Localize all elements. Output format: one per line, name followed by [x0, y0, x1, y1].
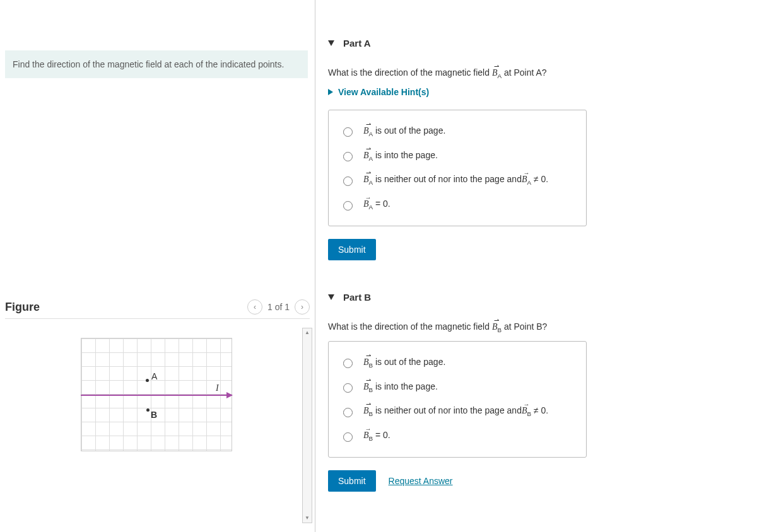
part-b-header[interactable]: Part B	[328, 292, 744, 303]
point-a-dot	[146, 379, 149, 382]
right-pane: Part A What is the direction of the magn…	[315, 0, 757, 532]
part-a-radio-3[interactable]	[343, 176, 353, 186]
request-answer-link[interactable]: Request Answer	[389, 476, 453, 486]
part-b-option-1-label: ⇀BB is out of the page.	[363, 357, 445, 369]
figure-title: Figure	[5, 301, 40, 314]
hints-label: View Available Hint(s)	[338, 87, 429, 97]
scroll-down-icon[interactable]: ▼	[303, 514, 312, 523]
part-b-submit-row: Submit Request Answer	[328, 470, 744, 492]
point-b-label: B	[151, 410, 157, 420]
figure-prev-button[interactable]: ‹	[247, 299, 262, 315]
figure-image: A B I	[81, 338, 232, 451]
collapse-icon	[328, 40, 334, 46]
part-b-option-1[interactable]: ⇀BB is out of the page.	[340, 357, 575, 369]
part-a-option-2[interactable]: ⇀BA is into the page.	[340, 150, 575, 162]
part-b-option-3[interactable]: ⇀BB is neither out of nor into the page …	[340, 405, 575, 417]
view-hints-link[interactable]: View Available Hint(s)	[328, 87, 744, 97]
figure-pager: ‹ 1 of 1 ›	[247, 299, 310, 315]
part-a-option-2-label: ⇀BA is into the page.	[363, 150, 438, 162]
part-b-radio-3[interactable]	[343, 408, 353, 417]
point-b-dot	[146, 408, 150, 412]
current-wire	[81, 395, 232, 396]
part-b-option-2-label: ⇀BB is into the page.	[363, 381, 438, 393]
part-b-option-3-label: ⇀BB is neither out of nor into the page …	[363, 405, 548, 417]
part-a-option-3-label: ⇀BA is neither out of nor into the page …	[363, 174, 548, 186]
figure-header: Figure ‹ 1 of 1 ›	[5, 299, 310, 319]
problem-statement: Find the direction of the magnetic field…	[5, 50, 308, 78]
part-b-option-2[interactable]: ⇀BB is into the page.	[340, 381, 575, 393]
part-a-radio-1[interactable]	[343, 127, 353, 137]
part-a-radio-4[interactable]	[343, 201, 353, 211]
figure-next-button[interactable]: ›	[295, 299, 310, 315]
figure-pager-label: 1 of 1	[267, 302, 290, 312]
part-a-options: ⇀BA is out of the page. ⇀BA is into the …	[328, 110, 587, 226]
part-b-submit-button[interactable]: Submit	[328, 470, 376, 492]
scroll-up-icon[interactable]: ▲	[303, 328, 312, 337]
figure-scrollbar[interactable]: ▲ ▼	[302, 328, 312, 523]
part-b-radio-1[interactable]	[343, 359, 353, 368]
part-b-radio-4[interactable]	[343, 432, 353, 442]
part-a-submit-row: Submit	[328, 239, 744, 260]
part-a-option-1[interactable]: ⇀BA is out of the page.	[340, 125, 575, 137]
figure-section: Figure ‹ 1 of 1 › A B I	[5, 299, 310, 451]
part-b-option-4[interactable]: →BB = 0.	[340, 430, 575, 442]
part-a-option-1-label: ⇀BA is out of the page.	[363, 125, 445, 137]
left-pane: Find the direction of the magnetic field…	[0, 0, 315, 532]
current-label: I	[216, 383, 219, 393]
part-b-title: Part B	[343, 292, 371, 303]
part-a-header[interactable]: Part A	[328, 38, 744, 49]
part-a-question: What is the direction of the magnetic fi…	[328, 67, 744, 79]
part-b-radio-2[interactable]	[343, 383, 353, 393]
part-b-option-4-label: →BB = 0.	[363, 430, 390, 442]
part-a-option-3[interactable]: ⇀BA is neither out of nor into the page …	[340, 174, 575, 186]
collapse-icon	[328, 294, 334, 300]
part-b-options: ⇀BB is out of the page. ⇀BB is into the …	[328, 341, 587, 458]
part-a-submit-button[interactable]: Submit	[328, 239, 376, 260]
part-a-option-4-label: →BA = 0.	[363, 199, 390, 211]
chevron-right-icon	[328, 89, 333, 95]
part-a-title: Part A	[343, 38, 371, 49]
part-a-radio-2[interactable]	[343, 152, 353, 161]
part-b-question: What is the direction of the magnetic fi…	[328, 321, 744, 333]
point-a-label: A	[151, 371, 157, 381]
part-a-option-4[interactable]: →BA = 0.	[340, 199, 575, 211]
